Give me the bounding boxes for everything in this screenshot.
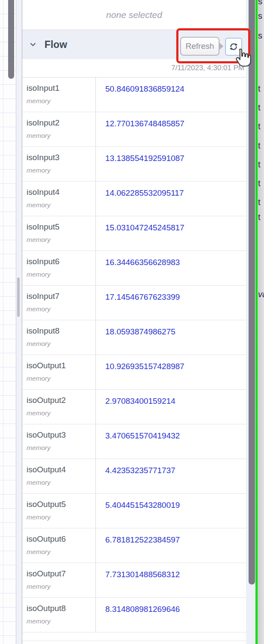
port-label-cell: isoInput8 memory [22, 320, 96, 355]
port-value[interactable]: 4.42353235771737 [105, 466, 175, 475]
refresh-tooltip: Refresh [180, 37, 220, 56]
clipped-text-fragment: t [258, 197, 261, 207]
port-name: isoInput2 [27, 118, 92, 128]
table-row: isoInput5 memory 15.031047245245817 [22, 216, 246, 251]
port-label-cell: isoInput7 memory [22, 286, 96, 320]
port-type-label: memory [27, 513, 92, 521]
port-name: isoInput7 [27, 292, 92, 301]
flow-section-title: Flow [44, 39, 67, 51]
adjacent-panel-edge: sssttttttttva [258, 0, 264, 644]
port-label-cell: isoOutput6 memory [22, 528, 96, 563]
properties-panel: none selected Flow 7/11/2023, 4:30:01 PM… [22, 0, 246, 644]
port-type-label: memory [27, 201, 92, 209]
table-row: isoInput7 memory 17.14546767623399 [22, 286, 246, 320]
table-row-empty [22, 632, 246, 641]
port-value-cell: 4.42353235771737 [96, 459, 246, 493]
port-label-cell: isoInput5 memory [22, 216, 96, 250]
port-label-cell: isoOutput4 memory [22, 459, 96, 493]
last-refresh-timestamp: 7/11/2023, 4:30:01 PM [22, 59, 246, 77]
table-row: isoOutput4 memory 4.42353235771737 [22, 459, 246, 494]
port-value-cell: 17.14546767623399 [96, 286, 246, 320]
port-value[interactable]: 10.926935157428987 [105, 362, 184, 371]
port-value-cell: 12.770136748485857 [96, 112, 246, 146]
clipped-text-fragment: s [258, 11, 262, 21]
port-type-label: memory [27, 375, 92, 382]
table-row: isoOutput6 memory 6.781812522384597 [22, 528, 246, 563]
chevron-down-icon [30, 41, 36, 48]
table-row: isoOutput7 memory 7.731301488568312 [22, 563, 246, 598]
clipped-text-fragment: t [258, 160, 261, 170]
port-name: isoInput3 [27, 153, 92, 162]
table-row: isoInput2 memory 12.770136748485857 [22, 112, 246, 147]
table-row: isoOutput3 memory 3.470651570419432 [22, 424, 246, 459]
right-scrollbar[interactable] [249, 0, 255, 584]
port-value-cell: 13.138554192591087 [96, 147, 246, 181]
port-value[interactable]: 3.470651570419432 [105, 431, 180, 440]
port-label-cell: isoInput1 memory [22, 78, 96, 112]
port-value-cell: 3.470651570419432 [96, 424, 246, 459]
table-row: isoInput1 memory 50.846091836859124 [22, 78, 246, 112]
port-value-cell: 8.314808981269646 [96, 598, 246, 632]
port-label-cell: isoOutput3 memory [22, 424, 96, 459]
port-value[interactable]: 16.34466356628983 [105, 258, 180, 267]
port-value[interactable]: 15.031047245245817 [105, 223, 184, 232]
clipped-text-fragment: t [258, 141, 261, 151]
port-value-cell: 7.731301488568312 [96, 563, 246, 597]
panel-scroll-track [16, 0, 22, 644]
port-value-cell: 6.781812522384597 [96, 528, 246, 563]
port-value-cell: 5.404451543280019 [96, 494, 246, 528]
port-value[interactable]: 6.781812522384597 [105, 535, 180, 544]
port-name: isoInput1 [27, 83, 92, 93]
port-type-label: memory [27, 548, 92, 556]
panel-scrollbar-thumb[interactable] [17, 277, 20, 317]
port-value[interactable]: 12.770136748485857 [105, 119, 184, 128]
port-value[interactable]: 5.404451543280019 [105, 501, 180, 510]
port-value-cell: 14.062285532095117 [96, 182, 246, 216]
port-type-label: memory [27, 409, 92, 417]
flow-values-table: isoInput1 memory 50.846091836859124 isoI… [22, 77, 246, 632]
clipped-text-fragment: va [258, 289, 264, 299]
port-value[interactable]: 50.846091836859124 [105, 84, 184, 93]
port-value[interactable]: 2.97083400159214 [105, 397, 175, 405]
port-type-label: memory [27, 583, 92, 590]
port-value[interactable]: 18.0593874986275 [105, 327, 175, 336]
table-row: isoInput8 memory 18.0593874986275 [22, 320, 246, 355]
port-value[interactable]: 17.14546767623399 [105, 292, 180, 301]
table-row: isoOutput2 memory 2.97083400159214 [22, 390, 246, 424]
port-value[interactable]: 13.138554192591087 [105, 154, 184, 163]
port-value-cell: 15.031047245245817 [96, 216, 246, 250]
clipped-text-fragment: t [258, 122, 261, 131]
cursor-pointer-icon [234, 48, 252, 68]
port-type-label: memory [27, 236, 92, 244]
clipped-text-fragment: s [258, 31, 262, 41]
port-value-cell: 10.926935157428987 [96, 355, 246, 389]
port-label-cell: isoInput4 memory [22, 182, 96, 216]
port-name: isoOutput2 [27, 396, 92, 405]
port-value[interactable]: 14.062285532095117 [105, 188, 184, 197]
port-label-cell: isoOutput7 memory [22, 563, 96, 597]
port-name: isoOutput3 [27, 430, 92, 440]
port-label-cell: isoInput2 memory [22, 112, 96, 146]
port-label-cell: isoInput3 memory [22, 147, 96, 181]
port-value-cell: 18.0593874986275 [96, 320, 246, 355]
port-type-label: memory [27, 97, 92, 105]
left-scrollbar[interactable] [8, 0, 14, 79]
port-type-label: memory [27, 305, 92, 313]
port-type-label: memory [27, 132, 92, 140]
port-value[interactable]: 7.731301488568312 [105, 570, 180, 579]
port-name: isoOutput7 [27, 569, 92, 578]
port-label-cell: isoOutput2 memory [22, 390, 96, 424]
port-name: isoOutput6 [27, 534, 92, 544]
clipped-text-fragment: s [258, 0, 262, 6]
port-name: isoOutput4 [27, 465, 92, 474]
clipped-text-fragment: t [258, 212, 261, 222]
port-value[interactable]: 8.314808981269646 [105, 605, 180, 614]
port-name: isoInput4 [27, 188, 92, 197]
table-row: isoInput4 memory 14.062285532095117 [22, 182, 246, 216]
port-value-cell: 16.34466356628983 [96, 251, 246, 285]
port-name: isoInput5 [27, 222, 92, 232]
clipped-text-fragment: t [258, 84, 261, 94]
port-label-cell: isoOutput8 memory [22, 598, 96, 632]
table-row: isoInput6 memory 16.34466356628983 [22, 251, 246, 286]
selection-status: none selected [22, 0, 246, 30]
